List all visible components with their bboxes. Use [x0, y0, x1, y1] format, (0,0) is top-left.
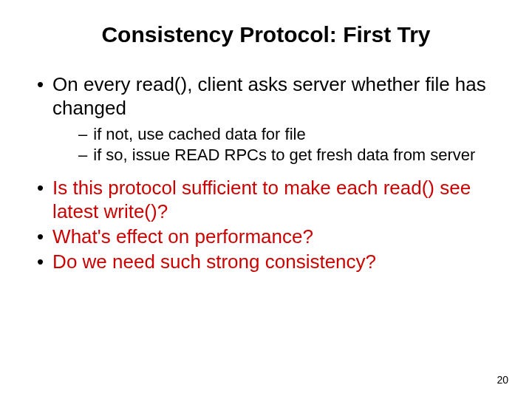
dash-icon: – — [78, 145, 87, 166]
sub-bullet-list: – if not, use cached data for file – if … — [78, 124, 510, 166]
bullet-icon: • — [37, 225, 44, 248]
dash-icon: – — [78, 124, 87, 145]
bullet-text: Is this protocol sufficient to make each… — [52, 176, 510, 223]
bullet-icon: • — [37, 176, 44, 200]
bullet-item: • What's effect on performance? — [37, 225, 510, 248]
slide-title: Consistency Protocol: First Try — [22, 22, 510, 47]
sub-bullet-text: if so, issue READ RPCs to get fresh data… — [93, 145, 475, 166]
page-number: 20 — [497, 374, 508, 386]
slide-body: • On every read(), client asks server wh… — [22, 72, 510, 273]
sub-bullet-text: if not, use cached data for file — [93, 124, 305, 145]
bullet-item: • Is this protocol sufficient to make ea… — [37, 176, 510, 223]
bullet-item: • Do we need such strong consistency? — [37, 250, 510, 273]
bullet-text: On every read(), client asks server whet… — [52, 72, 510, 120]
bullet-text: What's effect on performance? — [52, 225, 313, 248]
bullet-item: • On every read(), client asks server wh… — [37, 72, 510, 120]
sub-bullet-item: – if so, issue READ RPCs to get fresh da… — [78, 145, 510, 166]
bullet-text: Do we need such strong consistency? — [52, 250, 376, 273]
bullet-icon: • — [37, 72, 44, 96]
sub-bullet-item: – if not, use cached data for file — [78, 124, 510, 145]
bullet-icon: • — [37, 250, 44, 273]
